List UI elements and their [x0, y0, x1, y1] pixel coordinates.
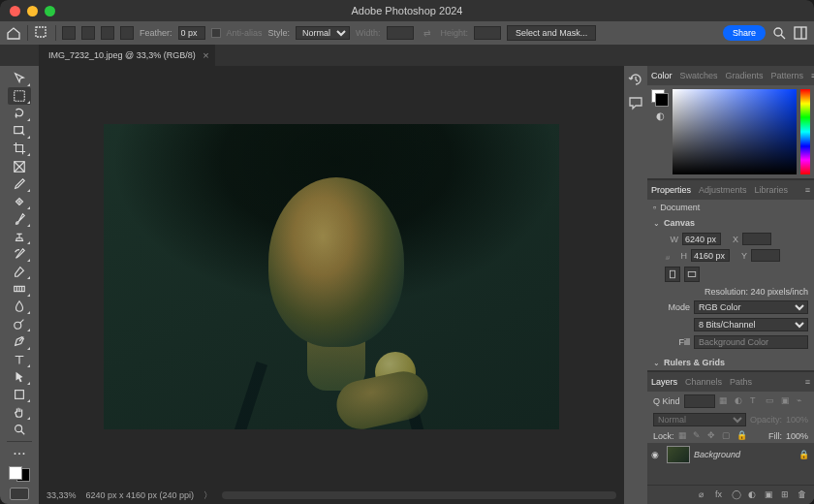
canvas-height-input[interactable]: [691, 249, 730, 262]
selection-add-button[interactable]: [81, 26, 95, 40]
tab-channels[interactable]: Channels: [685, 377, 722, 387]
history-brush-tool[interactable]: [8, 245, 31, 263]
hue-mode-icon[interactable]: ◐: [656, 110, 665, 121]
move-tool[interactable]: [8, 70, 31, 87]
lock-all-icon[interactable]: 🔒: [736, 430, 747, 441]
picker-bg-swatch[interactable]: [655, 93, 669, 107]
path-selection-tool[interactable]: [8, 368, 31, 386]
edit-toolbar-button[interactable]: ···: [8, 445, 31, 462]
quick-mask-button[interactable]: [10, 488, 29, 500]
new-layer-icon[interactable]: ⊞: [781, 489, 792, 500]
opacity-value[interactable]: 100%: [786, 415, 808, 425]
layer-mask-icon[interactable]: ◯: [732, 489, 742, 500]
window-minimize[interactable]: [27, 6, 38, 16]
type-tool[interactable]: [8, 351, 31, 368]
tab-adjustments[interactable]: Adjustments: [699, 185, 747, 195]
spot-heal-tool[interactable]: [8, 193, 31, 210]
properties-panel-menu-icon[interactable]: ≡: [805, 185, 810, 195]
selection-new-button[interactable]: [62, 26, 76, 40]
lasso-tool[interactable]: [8, 105, 31, 122]
layer-lock-icon[interactable]: 🔒: [798, 450, 810, 459]
workspace-icon[interactable]: [793, 25, 808, 41]
tab-swatches[interactable]: Swatches: [680, 71, 718, 80]
canvas-y-input[interactable]: [751, 249, 780, 262]
layer-filter-kind[interactable]: [684, 394, 715, 408]
lock-position-icon[interactable]: ✥: [707, 430, 718, 441]
dodge-tool[interactable]: [8, 315, 31, 332]
lock-image-icon[interactable]: ✎: [693, 430, 704, 441]
color-swatches[interactable]: [9, 466, 30, 483]
layer-thumbnail[interactable]: [667, 446, 690, 463]
layer-name[interactable]: Background: [694, 450, 795, 459]
eyedropper-tool[interactable]: [8, 175, 31, 193]
filter-shape-icon[interactable]: ▭: [766, 395, 777, 407]
tab-properties[interactable]: Properties: [651, 185, 691, 195]
hue-slider[interactable]: [800, 89, 810, 174]
comments-panel-icon[interactable]: [628, 95, 643, 110]
filter-type-icon[interactable]: T: [750, 395, 762, 407]
document-image[interactable]: [104, 124, 559, 429]
close-tab-icon[interactable]: ×: [203, 49, 208, 61]
style-select[interactable]: Normal: [296, 26, 350, 40]
delete-layer-icon[interactable]: 🗑: [798, 489, 808, 500]
color-mode-select[interactable]: RGB Color: [694, 300, 808, 314]
link-layers-icon[interactable]: ⌀: [699, 489, 709, 500]
lock-artboard-icon[interactable]: ▢: [722, 430, 733, 441]
color-picker[interactable]: ◐: [647, 85, 814, 178]
tab-layers[interactable]: Layers: [651, 377, 677, 387]
foreground-color-swatch[interactable]: [9, 466, 22, 480]
gradient-tool[interactable]: [8, 280, 31, 298]
hand-tool[interactable]: [8, 403, 31, 421]
frame-tool[interactable]: [8, 157, 31, 174]
layer-fill-value[interactable]: 100%: [786, 431, 808, 441]
canvas-x-input[interactable]: [742, 233, 771, 245]
clone-stamp-tool[interactable]: [8, 228, 31, 245]
fill-background-button[interactable]: Background Color: [694, 335, 808, 349]
home-icon[interactable]: [6, 25, 21, 41]
pen-tool[interactable]: [8, 332, 31, 350]
link-wh-icon[interactable]: ⟓: [665, 251, 670, 261]
search-icon[interactable]: [771, 25, 787, 41]
visibility-icon[interactable]: ◉: [651, 450, 663, 459]
eraser-tool[interactable]: [8, 263, 31, 280]
tab-gradients[interactable]: Gradients: [726, 71, 764, 80]
layers-panel-menu-icon[interactable]: ≡: [805, 377, 810, 387]
rulers-section-label[interactable]: Rulers & Grids: [664, 358, 725, 367]
window-maximize[interactable]: [45, 6, 55, 16]
selection-tool[interactable]: [8, 122, 31, 140]
landscape-orient-button[interactable]: [684, 267, 700, 282]
tab-paths[interactable]: Paths: [730, 377, 752, 387]
document-tab[interactable]: IMG_7232_10.jpeg @ 33,3% (RGB/8) ×: [39, 45, 215, 66]
window-close[interactable]: [10, 6, 20, 16]
tab-libraries[interactable]: Libraries: [755, 185, 789, 195]
zoom-tool[interactable]: [8, 421, 31, 438]
tab-color[interactable]: Color: [651, 71, 673, 80]
layer-fx-icon[interactable]: fx: [715, 489, 726, 500]
filter-smart-icon[interactable]: ▣: [781, 395, 793, 407]
canvas-width-input[interactable]: [682, 233, 721, 245]
lock-transparent-icon[interactable]: ▦: [678, 430, 689, 441]
selection-intersect-button[interactable]: [120, 26, 134, 40]
filter-toggle-icon[interactable]: ⌁: [797, 395, 808, 407]
doc-dimensions[interactable]: 6240 px x 4160 px (240 ppi): [86, 490, 195, 500]
horizontal-scrollbar[interactable]: [222, 491, 616, 499]
new-fill-adjust-icon[interactable]: ◐: [748, 489, 759, 500]
feather-input[interactable]: [178, 26, 205, 40]
tab-patterns[interactable]: Patterns: [771, 71, 804, 80]
shape-tool[interactable]: [8, 386, 31, 403]
marquee-tool[interactable]: [8, 87, 31, 105]
filter-pixel-icon[interactable]: ▦: [719, 395, 731, 407]
blur-tool[interactable]: [8, 298, 31, 315]
selection-subtract-button[interactable]: [101, 26, 114, 40]
new-group-icon[interactable]: ▣: [765, 489, 775, 500]
crop-tool[interactable]: [8, 140, 31, 157]
color-field[interactable]: [673, 89, 797, 174]
tool-preset-icon[interactable]: [34, 25, 49, 41]
select-and-mask-button[interactable]: Select and Mask...: [507, 25, 596, 41]
bit-depth-select[interactable]: 8 Bits/Channel: [694, 318, 808, 331]
portrait-orient-button[interactable]: [665, 267, 680, 282]
share-button[interactable]: Share: [723, 25, 766, 41]
layer-row[interactable]: ◉ Background 🔒: [647, 443, 814, 466]
brush-tool[interactable]: [8, 210, 31, 228]
canvas-section-label[interactable]: Canvas: [664, 218, 695, 228]
